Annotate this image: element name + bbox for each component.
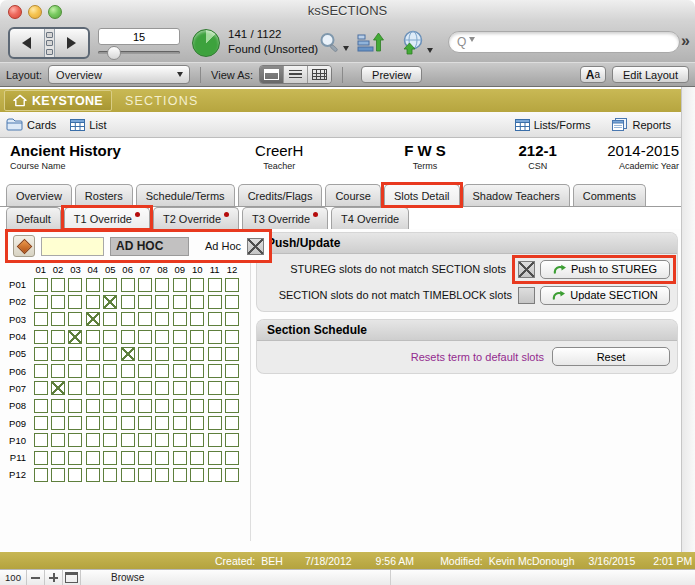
slot-cell-P03-01[interactable]	[34, 312, 48, 326]
slot-cell-P09-04[interactable]	[86, 416, 100, 430]
slot-cell-P09-09[interactable]	[173, 416, 187, 430]
slot-cell-P03-05[interactable]	[103, 312, 117, 326]
slot-cell-P05-11[interactable]	[208, 347, 222, 361]
slot-cell-P04-06[interactable]	[121, 330, 135, 344]
slot-cell-P05-01[interactable]	[34, 347, 48, 361]
slot-cell-P01-03[interactable]	[68, 278, 82, 292]
reports-button[interactable]: Reports	[612, 118, 675, 131]
slot-cell-P07-04[interactable]	[86, 381, 100, 395]
slot-cell-P04-08[interactable]	[155, 330, 169, 344]
slot-cell-P02-12[interactable]	[225, 295, 239, 309]
cards-button[interactable]: Cards	[6, 118, 56, 131]
slot-cell-P08-11[interactable]	[208, 399, 222, 413]
slot-cell-P11-11[interactable]	[208, 451, 222, 465]
slot-cell-P04-10[interactable]	[190, 330, 204, 344]
tab-sub-t1-override[interactable]: T1 Override	[64, 207, 150, 229]
tab-main-credits-flags[interactable]: Credits/Flags	[238, 184, 323, 206]
mode-popup[interactable]: Browse	[111, 572, 144, 583]
tab-main-shadow-teachers[interactable]: Shadow Teachers	[463, 184, 570, 206]
slot-cell-P01-10[interactable]	[190, 278, 204, 292]
slot-cell-P04-03[interactable]	[68, 330, 82, 344]
slot-cell-P01-01[interactable]	[34, 278, 48, 292]
layout-dropdown[interactable]: Overview	[48, 65, 190, 84]
slot-cell-P02-06[interactable]	[121, 295, 135, 309]
slot-cell-P08-08[interactable]	[155, 399, 169, 413]
slot-cell-P11-12[interactable]	[225, 451, 239, 465]
slot-action-button[interactable]	[13, 235, 35, 257]
slot-cell-P05-10[interactable]	[190, 347, 204, 361]
tab-main-comments[interactable]: Comments	[573, 184, 646, 206]
slot-cell-P03-12[interactable]	[225, 312, 239, 326]
slot-cell-P11-01[interactable]	[34, 451, 48, 465]
slot-cell-P07-10[interactable]	[190, 381, 204, 395]
slot-cell-P02-07[interactable]	[138, 295, 152, 309]
slot-cell-P03-08[interactable]	[155, 312, 169, 326]
slot-cell-P05-05[interactable]	[103, 347, 117, 361]
slot-cell-P03-03[interactable]	[68, 312, 82, 326]
slot-cell-P06-11[interactable]	[208, 364, 222, 378]
zoom-out-button[interactable]	[27, 570, 45, 585]
slot-cell-P02-05[interactable]	[103, 295, 117, 309]
slot-cell-P09-12[interactable]	[225, 416, 239, 430]
slot-cell-P12-10[interactable]	[190, 468, 204, 482]
slot-cell-P11-10[interactable]	[190, 451, 204, 465]
slot-cell-P05-02[interactable]	[51, 347, 65, 361]
list-button[interactable]: List	[70, 119, 106, 131]
slot-cell-P10-08[interactable]	[155, 433, 169, 447]
slot-cell-P07-01[interactable]	[34, 381, 48, 395]
slot-cell-P03-02[interactable]	[51, 312, 65, 326]
slot-cell-P07-08[interactable]	[155, 381, 169, 395]
slot-cell-P02-09[interactable]	[173, 295, 187, 309]
slot-cell-P06-07[interactable]	[138, 364, 152, 378]
tab-sub-t2-override[interactable]: T2 Override	[153, 207, 239, 229]
slot-cell-P12-07[interactable]	[138, 468, 152, 482]
slot-cell-P06-12[interactable]	[225, 364, 239, 378]
reset-button[interactable]: Reset	[552, 347, 670, 366]
slot-cell-P07-07[interactable]	[138, 381, 152, 395]
slot-cell-P11-09[interactable]	[173, 451, 187, 465]
slot-cell-P08-04[interactable]	[86, 399, 100, 413]
slot-cell-P09-11[interactable]	[208, 416, 222, 430]
slot-cell-P05-04[interactable]	[86, 347, 100, 361]
slot-cell-P11-05[interactable]	[103, 451, 117, 465]
found-set-pie-chart-icon[interactable]	[192, 29, 220, 57]
next-record-button[interactable]	[55, 29, 89, 57]
slot-cell-P05-12[interactable]	[225, 347, 239, 361]
slot-cell-P02-01[interactable]	[34, 295, 48, 309]
slot-cell-P11-08[interactable]	[155, 451, 169, 465]
slot-cell-P12-04[interactable]	[86, 468, 100, 482]
slot-cell-P03-10[interactable]	[190, 312, 204, 326]
slot-cell-P12-08[interactable]	[155, 468, 169, 482]
slot-cell-P01-11[interactable]	[208, 278, 222, 292]
current-record-field[interactable]	[98, 28, 180, 45]
slot-cell-P01-02[interactable]	[51, 278, 65, 292]
slot-cell-P04-07[interactable]	[138, 330, 152, 344]
slot-cell-P05-09[interactable]	[173, 347, 187, 361]
slot-cell-P06-03[interactable]	[68, 364, 82, 378]
slot-cell-P08-03[interactable]	[68, 399, 82, 413]
sort-button[interactable]	[357, 32, 384, 53]
slot-cell-P11-03[interactable]	[68, 451, 82, 465]
zoom-window-button[interactable]	[48, 5, 62, 19]
slot-cell-P08-06[interactable]	[121, 399, 135, 413]
slot-cell-P09-03[interactable]	[68, 416, 82, 430]
slot-cell-P06-05[interactable]	[103, 364, 117, 378]
keystone-home-button[interactable]: KEYSTONE	[4, 90, 112, 111]
slot-cell-P12-03[interactable]	[68, 468, 82, 482]
slot-cell-P01-12[interactable]	[225, 278, 239, 292]
slot-cell-P06-02[interactable]	[51, 364, 65, 378]
slot-cell-P04-09[interactable]	[173, 330, 187, 344]
list-view-button[interactable]	[284, 66, 308, 83]
slot-cell-P08-07[interactable]	[138, 399, 152, 413]
tab-main-slots-detail[interactable]: Slots Detail	[384, 184, 460, 206]
slot-cell-P02-02[interactable]	[51, 295, 65, 309]
slot-cell-P04-11[interactable]	[208, 330, 222, 344]
vertical-scrollbar[interactable]	[681, 87, 695, 552]
toggle-toolbar-button[interactable]	[63, 570, 81, 585]
slot-cell-P08-01[interactable]	[34, 399, 48, 413]
slot-cell-P01-08[interactable]	[155, 278, 169, 292]
record-navigation-control[interactable]	[8, 27, 90, 59]
slot-cell-P07-12[interactable]	[225, 381, 239, 395]
find-button[interactable]	[318, 32, 349, 53]
slot-cell-P04-12[interactable]	[225, 330, 239, 344]
